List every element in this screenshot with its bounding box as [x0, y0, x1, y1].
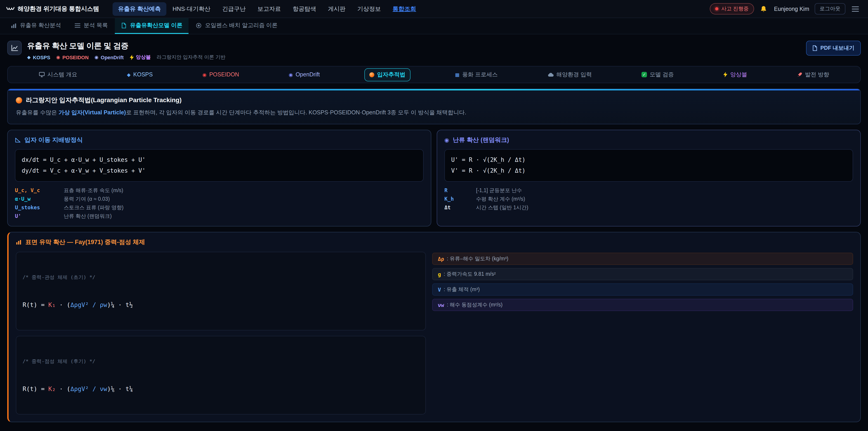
intro-title: 라그랑지안 입자추적법(Lagrangian Particle Tracking…: [16, 96, 852, 104]
notifications-button[interactable]: [758, 3, 770, 15]
turbulence-card: ◉ 난류 확산 (랜덤워크) U' = R · √(2K_h / Δt)V' =…: [437, 130, 861, 227]
triangle-ruler-icon: [15, 137, 21, 143]
circle-dot-icon: ◉: [202, 72, 206, 77]
virtual-particle-link[interactable]: 가상 입자(Virtual Particle): [59, 110, 126, 116]
legend-row: Δt시간 스텝 (일반 1시간): [444, 205, 853, 211]
bolt-icon: [723, 72, 727, 77]
line-chart-icon: [11, 44, 18, 52]
nav-item-hns-atmospheric[interactable]: HNS·대기확산: [167, 2, 216, 16]
nav-item-reports[interactable]: 보고자료: [252, 2, 286, 16]
section-nav: 시스템 개요 ◆ KOSPS ◉ POSEIDON ◉ OpenDrift 입자…: [7, 66, 861, 83]
coefficient-k2: K₂: [49, 386, 56, 393]
legend-row: K_h수평 확산 계수 (m²/s): [444, 196, 853, 203]
param-row-kinematic-viscosity: νw: 해수 동점성계수 (m²/s): [432, 299, 853, 311]
circle-dot-icon: ◉: [94, 55, 98, 60]
fay-gravity-viscous-block: /* 중력-점성 체제 (후기) */ R(t) = K₂ · (ΔρgV² /…: [16, 336, 426, 415]
section-item-ocean-environment-input[interactable]: 해양환경 입력: [542, 68, 597, 81]
section-item-poseidon[interactable]: ◉ POSEIDON: [197, 69, 244, 81]
tab-spill-analysis[interactable]: 유출유 확산분석: [4, 18, 67, 34]
badge-row: ◆KOSPS ◉POSEIDON ◉OpenDrift 앙상블 라그랑지안 입자…: [27, 54, 225, 61]
document-icon: [121, 23, 127, 29]
nav-item-oil-spill-prediction[interactable]: 유출유 확산예측: [113, 2, 166, 16]
fay-code-column: /* 중력-관성 체제 (초기) */ R(t) = K₁ · (ΔρgV² /…: [16, 252, 426, 415]
bell-icon: [760, 5, 767, 12]
section-item-particle-tracking[interactable]: 입자추적법: [364, 68, 410, 81]
page-icon-tile: [7, 41, 22, 55]
section-item-kosps[interactable]: ◆ KOSPS: [122, 69, 158, 81]
check-icon: ✓: [642, 72, 647, 77]
brand: 해양환경 위기대응 통합시스템: [6, 5, 99, 13]
fay-spreading-card: 표면 유막 확산 — Fay(1971) 중력-점성 체제 /* 중력-관성 체…: [7, 232, 861, 423]
intro-paragraph: 유출유를 수많은 가상 입자(Virtual Particle)로 표현하며, …: [16, 109, 852, 117]
fay-card-title: 표면 유막 확산 — Fay(1971) 중력-점성 체제: [16, 239, 853, 247]
chart-icon: [11, 23, 17, 28]
code-line: dy/dt = V_c + α·V_w + V_stokes + V': [22, 166, 417, 177]
logout-button[interactable]: 로그아웃: [815, 3, 845, 14]
diamond-icon: ◆: [27, 55, 31, 60]
section-item-ensemble[interactable]: 앙상블: [719, 68, 752, 81]
tab-label: 분석 목록: [84, 22, 108, 29]
topbar: 해양환경 위기대응 통합시스템 유출유 확산예측 HNS·대기확산 긴급구난 보…: [0, 0, 868, 18]
particle-ball-icon: [16, 97, 22, 103]
page-subtitle: 라그랑지안 입자추적 이론 기반: [157, 54, 225, 61]
page-header: 유출유 확산 모델 이론 및 검증 ◆KOSPS ◉POSEIDON ◉Open…: [0, 34, 868, 65]
code-line: dx/dt = U_c + α·U_w + U_stokes + U': [22, 155, 417, 166]
tab-oilfence-algorithm-theory[interactable]: 오일펜스 배치 알고리즘 이론: [190, 18, 284, 34]
tab-analysis-list[interactable]: 분석 목록: [68, 18, 114, 34]
code-comment: /* 중력-관성 체제 (초기) */: [23, 274, 419, 281]
nav-item-aerial-search[interactable]: 항공탐색: [287, 2, 322, 16]
nav-item-integrated-search[interactable]: 통합조회: [387, 2, 422, 16]
section-item-model-validation[interactable]: ✓ 모델 검증: [637, 68, 679, 81]
page-header-text: 유출유 확산 모델 이론 및 검증 ◆KOSPS ◉POSEIDON ◉Open…: [27, 41, 225, 61]
alert-dot-icon: [715, 7, 719, 10]
param-row-spill-volume: V: 유출 체적 (m³): [432, 284, 853, 296]
equation-cards-row: 입자 이동 지배방정식 dx/dt = U_c + α·U_w + U_stok…: [7, 130, 861, 227]
user-name: Eunjeong Kim: [774, 6, 809, 12]
section-item-weathering-process[interactable]: ▦ 풍화 프로세스: [450, 68, 503, 81]
badge-opendrift: ◉OpenDrift: [94, 55, 124, 60]
code-line: V' = R · √(2K_h / Δt): [451, 166, 846, 177]
cloud-icon: [547, 72, 554, 77]
badge-ensemble: 앙상블: [129, 54, 151, 61]
bar-chart-icon: [16, 240, 22, 245]
turbulence-card-title: ◉ 난류 확산 (랜덤워크): [444, 136, 853, 145]
section-item-system-overview[interactable]: 시스템 개요: [34, 68, 82, 81]
formula-expression: ΔρgV² / νw: [70, 386, 107, 393]
fay-formula: R(t) = K₁ · (ΔρgV² / ρw)¼ · t½: [23, 301, 419, 308]
turbulence-legend: R[-1,1] 균등분포 난수 K_h수평 확산 계수 (m²/s) Δt시간 …: [444, 187, 853, 211]
tab-diffusion-model-theory[interactable]: 유출유확산모델 이론: [115, 18, 189, 34]
circle-target-icon: [196, 23, 202, 29]
main-nav: 유출유 확산예측 HNS·대기확산 긴급구난 보고자료 항공탐색 게시판 기상정…: [113, 2, 422, 16]
incident-status-badge: 사고 진행중: [710, 3, 754, 14]
code-comment: /* 중력-점성 체제 (후기) */: [23, 358, 419, 365]
diamond-icon: ◆: [127, 72, 130, 77]
legend-row: R[-1,1] 균등분포 난수: [444, 187, 853, 194]
section-item-opendrift[interactable]: ◉ OpenDrift: [284, 69, 324, 81]
fay-gravity-inertia-block: /* 중력-관성 체제 (초기) */ R(t) = K₁ · (ΔρgV² /…: [16, 252, 426, 331]
app-root: 해양환경 위기대응 통합시스템 유출유 확산예측 HNS·대기확산 긴급구난 보…: [0, 0, 868, 431]
governing-equation-card: 입자 이동 지배방정식 dx/dt = U_c + α·U_w + U_stok…: [7, 130, 431, 227]
hamburger-icon: [852, 6, 859, 11]
grid-icon: ▦: [455, 72, 460, 77]
sub-tabbar: 유출유 확산분석 분석 목록 유출유확산모델 이론 오일펜스 배치 알고리즘 이…: [0, 18, 868, 34]
monitor-icon: [39, 72, 45, 77]
nav-item-weather-info[interactable]: 기상정보: [352, 2, 386, 16]
particle-ball-icon: [369, 72, 374, 77]
nav-item-emergency-rescue[interactable]: 긴급구난: [217, 2, 251, 16]
section-item-future-direction[interactable]: 발전 방향: [792, 68, 834, 81]
badge-kosps: ◆KOSPS: [27, 55, 50, 60]
pdf-export-button[interactable]: PDF 내보내기: [806, 41, 861, 56]
list-icon: [74, 23, 81, 28]
hamburger-menu-button[interactable]: [849, 3, 862, 15]
tab-label: 오일펜스 배치 알고리즘 이론: [205, 22, 278, 29]
tab-label: 유출유 확산분석: [20, 22, 61, 29]
brand-name: 해양환경 위기대응 통합시스템: [18, 5, 99, 13]
rocket-icon: [797, 72, 802, 77]
nav-item-board[interactable]: 게시판: [322, 2, 351, 16]
formula-expression: ΔρgV² / ρw: [70, 301, 107, 308]
intro-body: 라그랑지안 입자추적법(Lagrangian Particle Tracking…: [8, 90, 860, 124]
legend-row: α·U_w풍력 기여 (α ≈ 0.03): [15, 196, 424, 203]
legend-row: U'난류 확산 (랜덤워크): [15, 213, 424, 220]
fay-params-column: Δρ: 유류–해수 밀도차 (kg/m³) g: 중력가속도 9.81 m/s²…: [432, 252, 853, 415]
fay-formula: R(t) = K₂ · (ΔρgV² / νw)⅙ · t¼: [23, 386, 419, 393]
